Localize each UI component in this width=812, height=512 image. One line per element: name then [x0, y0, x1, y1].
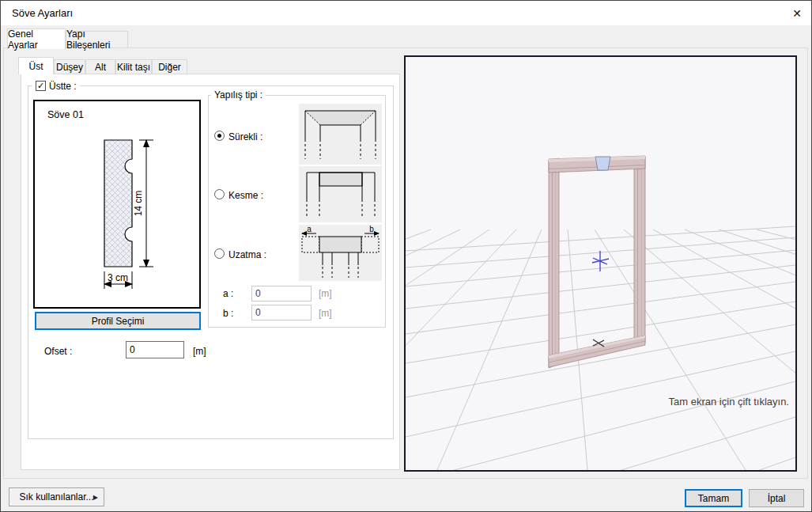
radio-uzatma-label: Uzatma : — [228, 249, 266, 260]
radio-surekli-label: Sürekli : — [228, 131, 262, 142]
subtab-kilit-tasi[interactable]: Kilit taşı — [115, 59, 152, 74]
radio-kesme-label: Kesme : — [228, 190, 263, 201]
tab-genel-ayarlar[interactable]: Genel Ayarlar — [7, 28, 66, 49]
tab-yapi-bilesenleri[interactable]: Yapı Bileşenleri — [66, 31, 128, 48]
cancel-label: İptal — [768, 493, 786, 504]
tab-label: Yapı Bileşenleri — [66, 28, 127, 51]
subtab-ust[interactable]: Üst — [18, 57, 54, 74]
titlebar — [1, 1, 811, 25]
diagram-a-label: a — [307, 225, 312, 233]
ofset-input[interactable] — [126, 341, 184, 358]
subtab-label: Üst — [29, 61, 43, 72]
ustte-checkbox[interactable]: ✓ — [36, 81, 46, 91]
yapilis-tipi-title: Yapılış tipi : — [211, 89, 266, 101]
keystone — [595, 157, 610, 170]
cancel-button[interactable]: İptal — [749, 489, 804, 507]
subtab-dusey[interactable]: Düşey — [54, 59, 85, 74]
diagram-kesme — [299, 166, 382, 222]
radio-kesme[interactable] — [214, 189, 225, 199]
origin-axis-marker — [592, 251, 609, 271]
radio-surekli[interactable] — [214, 131, 225, 141]
3d-scene — [406, 57, 795, 470]
fullscreen-hint: Tam ekran için çift tıklayın. — [669, 396, 789, 408]
diagram-uzatma: a b — [299, 225, 382, 281]
width-dimension-label: 3 cm — [108, 272, 128, 283]
diagram-b-label: b — [369, 225, 374, 233]
profil-secimi-label: Profil Seçimi — [92, 316, 145, 327]
a-input[interactable] — [251, 286, 312, 302]
profile-preview-box: Söve 01 14 cm 3 cm — [33, 100, 201, 309]
subtab-label: Düşey — [56, 62, 83, 73]
tab-label: Genel Ayarlar — [8, 28, 65, 51]
a-label: a : — [223, 288, 233, 299]
ustte-group-label: ✓ Üstte : — [32, 80, 80, 92]
profil-secimi-button[interactable]: Profil Seçimi — [35, 312, 201, 330]
b-label: b : — [223, 308, 233, 319]
subtab-label: Alt — [95, 62, 106, 73]
ustte-checkbox-label: Üstte : — [49, 81, 77, 92]
height-dimension-label: 14 cm — [133, 191, 144, 217]
dialog-sove-ayarlari: Söve Ayarları ✕ Genel Ayarlar Yapı Bileş… — [0, 0, 812, 512]
profile-shape — [104, 140, 132, 267]
radio-uzatma[interactable] — [214, 248, 225, 259]
profile-name: Söve 01 — [47, 109, 84, 120]
favorites-label: Sık kullanılanlar... — [19, 491, 93, 503]
favorites-button[interactable]: Sık kullanılanlar... ▶ — [9, 487, 104, 506]
favorites-arrow-icon: ▶ — [93, 494, 98, 501]
a-unit: [m] — [319, 288, 332, 299]
diagram-surekli — [299, 104, 382, 165]
b-input[interactable] — [251, 305, 312, 320]
b-unit: [m] — [319, 308, 332, 319]
ofset-unit: [m] — [193, 346, 206, 357]
subtab-label: Diğer — [158, 62, 181, 73]
subtab-label: Kilit taşı — [117, 62, 150, 73]
profile-cross-section: Söve 01 14 cm 3 cm — [35, 101, 199, 307]
close-icon[interactable]: ✕ — [788, 6, 806, 21]
ofset-label: Ofset : — [44, 346, 72, 357]
viewport-3d[interactable]: Tam ekran için çift tıklayın. — [404, 55, 797, 472]
ok-button[interactable]: Tamam — [685, 489, 742, 507]
ok-label: Tamam — [698, 493, 729, 504]
subtab-alt[interactable]: Alt — [85, 59, 115, 74]
subtab-diger[interactable]: Diğer — [152, 59, 187, 74]
checkmark-icon: ✓ — [37, 82, 44, 90]
window-title: Söve Ayarları — [12, 7, 73, 19]
